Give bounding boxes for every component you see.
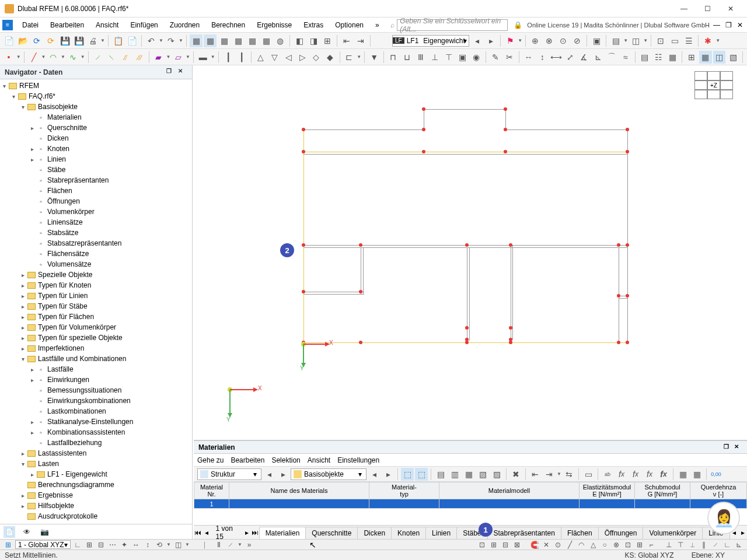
close-button[interactable]: ✕ <box>719 1 742 17</box>
bt1-icon[interactable]: ∟ <box>73 540 82 550</box>
w6-icon[interactable]: ◫ <box>629 34 642 47</box>
fx-c-icon[interactable]: fx <box>643 468 656 481</box>
bt-ml3-icon[interactable]: ⟋ <box>226 540 235 550</box>
inner-restore-button[interactable]: ❐ <box>724 21 733 29</box>
su1-icon[interactable]: ┃ <box>222 51 235 64</box>
tree-item[interactable]: ▸Hilfsobjekte <box>0 501 192 511</box>
m5-icon[interactable]: ⊤ <box>442 51 455 64</box>
tree-item[interactable]: ▸Ergebnisse <box>0 490 192 501</box>
prev-lc-icon[interactable]: ◂ <box>470 34 483 47</box>
ins-b-icon[interactable]: ⇥ <box>543 468 556 481</box>
w2-icon[interactable]: ⊗ <box>543 34 556 47</box>
filter-icon[interactable]: ▼ <box>368 51 381 64</box>
table-menu-item[interactable]: Einstellungen <box>337 456 379 464</box>
table-tab[interactable]: Linien <box>425 527 457 539</box>
bt-wp-icon[interactable]: ◫ <box>173 540 183 550</box>
table-restore-icon[interactable]: ❐ <box>724 443 732 452</box>
tree-item[interactable]: ▫Flächensätze <box>0 249 192 259</box>
tree-item[interactable]: ▾Lasten <box>0 459 192 469</box>
saveall-icon[interactable]: 💾 <box>72 34 85 47</box>
grid-icon[interactable]: ⊞ <box>685 51 698 64</box>
flag-icon[interactable]: ⚑ <box>504 34 516 47</box>
align-left-icon[interactable]: ⇤ <box>340 34 353 47</box>
sn22-icon[interactable]: ⊾ <box>734 540 743 550</box>
menu-optionen[interactable]: Optionen <box>329 19 369 32</box>
render-icon[interactable]: ◫ <box>713 51 726 64</box>
w4-icon[interactable]: ⊘ <box>571 34 584 47</box>
row-b-icon[interactable]: ▥ <box>448 468 461 481</box>
tree-item[interactable]: ▫Volumensätze <box>0 259 192 270</box>
tool-a-icon[interactable]: ✎ <box>489 51 502 64</box>
category-a-select[interactable]: Struktur▾ <box>197 468 261 480</box>
cube-icon[interactable]: ▤ <box>609 34 622 47</box>
tabs-scroll-right-icon[interactable]: ▸ <box>738 528 747 537</box>
member2-icon[interactable]: ⟍ <box>105 51 118 64</box>
sp5-icon[interactable]: ◇ <box>310 51 323 64</box>
m2-icon[interactable]: ⊔ <box>401 51 414 64</box>
table-column-header[interactable]: ElastizitätsmodulE [N/mm²] <box>580 482 635 499</box>
menu-ansicht[interactable]: Ansicht <box>90 19 124 32</box>
panel-c-icon[interactable]: ▦ <box>218 34 231 47</box>
page-prev-icon[interactable]: ◂ <box>203 528 211 537</box>
table-row[interactable]: 1 <box>194 499 747 509</box>
panel-g-icon[interactable]: ◍ <box>274 34 287 47</box>
page-next-icon[interactable]: ▸ <box>242 528 251 537</box>
bt5-icon[interactable]: ✦ <box>120 540 129 550</box>
table-grid[interactable]: MaterialNr.Name des MaterialsMaterial-ty… <box>194 482 747 525</box>
solid-icon[interactable]: ▬ <box>197 51 210 64</box>
sn4-icon[interactable]: ⊠ <box>512 540 522 550</box>
panel-e-icon[interactable]: ▦ <box>246 34 259 47</box>
tree-item[interactable]: ▸▫Kombinationsassistenten <box>0 427 192 438</box>
menu-datei[interactable]: Datei <box>16 19 44 32</box>
table-column-header[interactable]: Material-typ <box>369 482 439 499</box>
table-menu-item[interactable]: Selektion <box>271 456 300 464</box>
panel-f-icon[interactable]: ▦ <box>260 34 273 47</box>
fx-a-icon[interactable]: fx <box>615 468 628 481</box>
res-b-icon[interactable]: ☷ <box>652 51 665 64</box>
row-d-icon[interactable]: ▧ <box>476 468 489 481</box>
m4-icon[interactable]: ⊥ <box>428 51 441 64</box>
tree-item[interactable]: ▸Typen für Stäbe <box>0 301 192 312</box>
view-cube[interactable]: +Z <box>694 71 735 100</box>
maximize-button[interactable]: ☐ <box>696 1 719 17</box>
redo-icon[interactable]: ↷ <box>165 34 177 47</box>
table-column-header[interactable]: SchubmodulG [N/mm²] <box>635 482 690 499</box>
tree-item[interactable]: ▫Dicken <box>0 133 192 144</box>
ins-a-icon[interactable]: ⇤ <box>529 468 542 481</box>
tree-item[interactable]: ▾Lastfälle und Kombinationen <box>0 354 192 364</box>
tree-item[interactable]: ▸Spezielle Objekte <box>0 270 192 280</box>
loadcase-selector[interactable]: LF LF1 Eigengewicht ▾ <box>392 35 469 47</box>
open-icon[interactable]: 📂 <box>16 34 29 47</box>
table-tab[interactable]: Volumenkörper <box>643 527 703 539</box>
tree-item[interactable]: ▸▫Statikanalyse-Einstellungen <box>0 416 192 427</box>
dim-d-icon[interactable]: ⤢ <box>564 51 577 64</box>
sn5-icon[interactable]: 🧲 <box>530 540 539 550</box>
mesh-icon[interactable]: ▦ <box>699 51 712 64</box>
undo-icon[interactable]: ↶ <box>145 34 158 47</box>
menu-zuordnen[interactable]: Zuordnen <box>164 19 205 32</box>
menu-bearbeiten[interactable]: Bearbeiten <box>44 19 90 32</box>
tree-item[interactable]: ▫Öffnungen <box>0 196 192 206</box>
view-b-icon[interactable]: ◨ <box>307 34 320 47</box>
sn9-icon[interactable]: ◠ <box>577 540 586 550</box>
tree-item[interactable]: ▫Lastfallbeziehung <box>0 438 192 448</box>
tree-item[interactable]: ▸LF1 - Eigengewicht <box>0 469 192 480</box>
bt-ml1-icon[interactable]: ⎸ <box>203 540 212 550</box>
tree-item[interactable]: ▾Basisobjekte <box>0 102 192 112</box>
menu-ergebnisse[interactable]: Ergebnisse <box>251 19 298 32</box>
save-icon[interactable]: 💾 <box>58 34 71 47</box>
cat-prev-icon[interactable]: ◂ <box>263 468 275 481</box>
exp-a-icon[interactable]: ▦ <box>676 468 689 481</box>
tree-item[interactable]: ▸Typen für Linien <box>0 290 192 301</box>
tree-item[interactable]: ▸Typen für Flächen <box>0 312 192 322</box>
sn19-icon[interactable]: ∥ <box>699 540 708 550</box>
tree-item[interactable]: ▸Typen für spezielle Objekte <box>0 332 192 343</box>
nav-tab-display-icon[interactable]: 👁 <box>21 526 33 538</box>
fx-ab-icon[interactable]: ab <box>601 468 614 481</box>
new-icon[interactable]: 📄 <box>2 34 15 47</box>
tree-item[interactable]: ▸Imperfektionen <box>0 343 192 354</box>
panel-a-icon[interactable]: ▦ <box>190 34 203 47</box>
tree-item[interactable]: ▾FAQ.rf6* <box>0 91 192 102</box>
sn18-icon[interactable]: ⟂ <box>687 540 697 550</box>
cs-select[interactable]: 1 - Global XYZ▾ <box>15 540 71 549</box>
